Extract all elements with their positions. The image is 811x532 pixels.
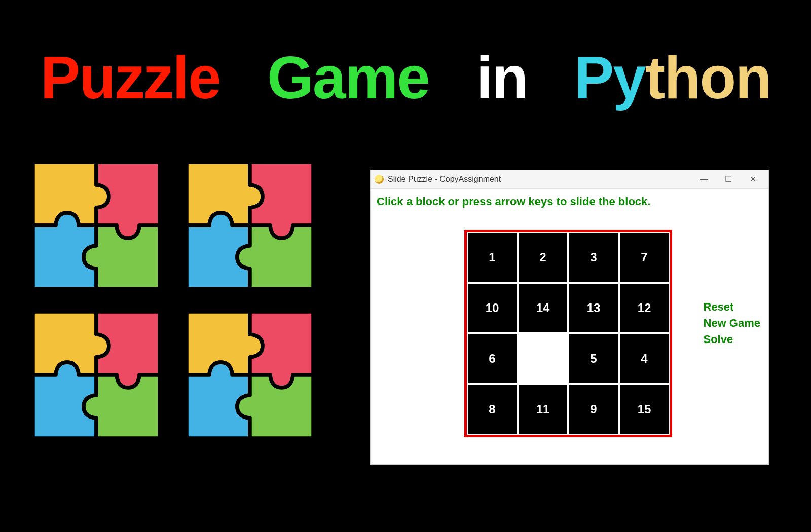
jigsaw-icon	[187, 312, 313, 438]
window-client-area: Click a block or press arrow keys to sli…	[371, 189, 768, 464]
instruction-text: Click a block or press arrow keys to sli…	[377, 195, 763, 208]
puzzle-tile[interactable]: 13	[568, 283, 619, 333]
puzzle-tile[interactable]: 4	[619, 333, 670, 384]
slide-puzzle-window: Slide Puzzle - CopyAssignment — ☐ ✕ Clic…	[370, 170, 769, 465]
puzzle-tile[interactable]: 9	[568, 384, 619, 435]
puzzle-tile[interactable]: 15	[619, 384, 670, 435]
minimize-icon[interactable]: —	[698, 170, 710, 188]
puzzle-tile-empty	[518, 333, 568, 384]
solve-button[interactable]: Solve	[704, 333, 761, 346]
title-word-python: Python	[574, 43, 771, 112]
window-title-text: Slide Puzzle - CopyAssignment	[388, 175, 501, 184]
puzzle-tile[interactable]: 10	[467, 283, 518, 333]
window-titlebar[interactable]: Slide Puzzle - CopyAssignment — ☐ ✕	[371, 170, 768, 189]
puzzle-tile[interactable]: 2	[518, 232, 568, 283]
jigsaw-grid	[33, 162, 317, 438]
puzzle-tile[interactable]: 8	[467, 384, 518, 435]
puzzle-tile[interactable]: 11	[518, 384, 568, 435]
app-icon	[375, 175, 384, 184]
puzzle-tile[interactable]: 3	[568, 232, 619, 283]
jigsaw-icon	[187, 162, 313, 289]
puzzle-board: 123710141312654811915	[467, 232, 670, 435]
jigsaw-icon	[33, 312, 160, 438]
title-word-puzzle: Puzzle	[40, 43, 220, 112]
reset-button[interactable]: Reset	[704, 300, 761, 314]
puzzle-board-frame: 123710141312654811915	[464, 230, 672, 437]
jigsaw-icon	[33, 162, 160, 289]
puzzle-tile[interactable]: 7	[619, 232, 670, 283]
title-word-game: Game	[267, 43, 429, 112]
puzzle-tile[interactable]: 1	[467, 232, 518, 283]
close-icon[interactable]: ✕	[747, 170, 758, 188]
new-game-button[interactable]: New Game	[704, 317, 761, 330]
maximize-icon[interactable]: ☐	[723, 170, 734, 188]
title-word-in: in	[476, 43, 527, 112]
puzzle-tile[interactable]: 6	[467, 333, 518, 384]
puzzle-tile[interactable]: 5	[568, 333, 619, 384]
window-controls: — ☐ ✕	[698, 170, 764, 188]
puzzle-tile[interactable]: 14	[518, 283, 568, 333]
puzzle-tile[interactable]: 12	[619, 283, 670, 333]
page-title: Puzzle Game in Python	[0, 43, 811, 112]
side-menu: Reset New Game Solve	[704, 300, 761, 346]
